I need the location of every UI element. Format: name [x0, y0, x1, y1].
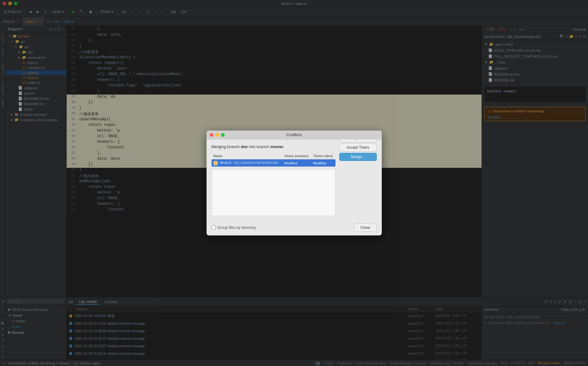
conflict-filename: shuzi.js: [220, 161, 232, 164]
conflict-dialog: Conflicts Merging branch dev into branch…: [207, 131, 382, 235]
conflict-file-cell: shuzi.js ~/git_repository/git-test/src/a…: [212, 159, 283, 167]
conflict-filepath: ~/git_repository/git-test/src/api: [232, 161, 278, 164]
group-files-label: Group files by directory: [217, 225, 256, 230]
file-folder-icon: [213, 161, 218, 165]
modal-title-bar: Conflicts: [207, 131, 382, 139]
modal-title: Conflicts: [286, 132, 302, 137]
modal-overlay: Conflicts Merging branch dev into branch…: [0, 0, 588, 366]
name-header: Name: [212, 153, 283, 159]
modal-max-btn[interactable]: [221, 133, 225, 137]
modal-close-btn-ctrl[interactable]: [210, 133, 213, 137]
conflict-yours-status: Modified: [283, 159, 311, 167]
conflict-table-wrapper: Name Yours (master) Theirs (dev) shuzi.j…: [212, 153, 335, 216]
merge-button[interactable]: Merge...: [339, 153, 377, 161]
conflict-content: Name Yours (master) Theirs (dev) shuzi.j…: [212, 153, 377, 216]
accept-theirs-button[interactable]: Accept Theirs: [339, 143, 377, 152]
conflict-empty-area: [212, 169, 335, 216]
conflict-theirs-status: Modified: [311, 159, 335, 167]
modal-min-btn[interactable]: [215, 133, 219, 137]
group-files-input[interactable]: [212, 225, 216, 229]
modal-window-controls: [210, 133, 225, 137]
modal-body: Merging branch dev into branch master Na…: [207, 139, 382, 221]
theirs-header: Theirs (dev): [311, 153, 335, 159]
dev-branch: dev: [241, 144, 248, 149]
conflict-row[interactable]: shuzi.js ~/git_repository/git-test/src/a…: [212, 159, 335, 167]
conflict-table: Name Yours (master) Theirs (dev) shuzi.j…: [212, 153, 335, 166]
group-files-checkbox[interactable]: Group files by directory: [212, 225, 256, 230]
close-button[interactable]: Close: [354, 224, 377, 232]
master-branch: master: [270, 144, 284, 149]
conflict-actions: Accept Yours Accept Theirs Merge...: [339, 134, 377, 216]
modal-footer: Group files by directory Close: [207, 221, 382, 235]
yours-header: Yours (master): [283, 153, 311, 159]
